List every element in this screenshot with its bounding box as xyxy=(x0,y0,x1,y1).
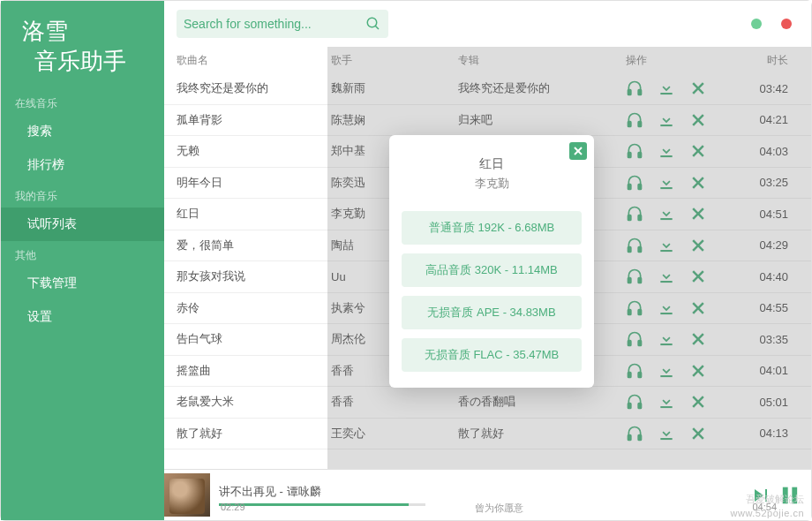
track-name: 告白气球 xyxy=(177,331,331,347)
search-icon[interactable] xyxy=(365,16,381,32)
player-bar: 讲不出再见 - 谭咏麟 02:29 曾为你愿意 04:54 xyxy=(164,469,811,520)
logo-line1: 洛雪 xyxy=(22,17,143,47)
watermark-url: www.52pojie.cn xyxy=(731,508,804,518)
nav-section-other: 其他 xyxy=(1,241,164,267)
track-name: 散了就好 xyxy=(177,426,331,442)
track-name: 孤单背影 xyxy=(177,112,331,128)
nav-settings[interactable]: 设置 xyxy=(1,300,164,334)
modal-close-button[interactable] xyxy=(569,142,587,160)
current-lyric: 曾为你愿意 xyxy=(475,502,523,515)
close-icon xyxy=(573,146,583,156)
track-name: 我终究还是爱你的 xyxy=(177,80,331,96)
modal-subtitle: 李克勤 xyxy=(402,176,582,202)
col-name: 歌曲名 xyxy=(177,53,331,68)
track-name: 赤伶 xyxy=(177,300,331,316)
track-name: 无赖 xyxy=(177,143,331,159)
nav-downloads[interactable]: 下载管理 xyxy=(1,267,164,300)
topbar xyxy=(164,1,811,47)
quality-modal: 红日 李克勤 普通音质 192K - 6.68MB高品音质 320K - 11.… xyxy=(389,135,594,388)
modal-title: 红日 xyxy=(402,147,582,176)
elapsed-time: 02:29 xyxy=(221,502,245,515)
track-name: 爱，很简单 xyxy=(177,238,331,253)
svg-point-0 xyxy=(367,18,377,27)
nav-playlist[interactable]: 试听列表 xyxy=(1,208,164,241)
track-name: 那女孩对我说 xyxy=(177,268,331,284)
track-name: 明年今日 xyxy=(177,175,331,191)
app-logo: 洛雪 音乐助手 xyxy=(1,10,164,89)
close-button[interactable] xyxy=(781,19,792,29)
watermark-text: 吾爱破解论坛 xyxy=(746,493,804,506)
quality-option[interactable]: 高品音质 320K - 11.14MB xyxy=(402,253,582,287)
sidebar: 洛雪 音乐助手 在线音乐 搜索排行榜 我的音乐 试听列表 其他 下载管理设置 xyxy=(1,1,164,520)
nav-leaderboard[interactable]: 排行榜 xyxy=(1,148,164,182)
search-box[interactable] xyxy=(177,10,388,38)
logo-line2: 音乐助手 xyxy=(22,47,143,77)
nav-section-online: 在线音乐 xyxy=(1,89,164,115)
now-playing-title: 讲不出再见 - 谭咏麟 xyxy=(219,484,742,500)
quality-option[interactable]: 普通音质 192K - 6.68MB xyxy=(402,211,582,245)
search-input[interactable] xyxy=(184,17,365,31)
track-name: 红日 xyxy=(177,206,331,222)
quality-option[interactable]: 无损音质 APE - 34.83MB xyxy=(402,296,582,329)
nav-search[interactable]: 搜索 xyxy=(1,115,164,148)
minimize-button[interactable] xyxy=(751,19,762,29)
window-controls xyxy=(751,19,799,29)
app-window: 洛雪 音乐助手 在线音乐 搜索排行榜 我的音乐 试听列表 其他 下载管理设置 歌… xyxy=(0,0,812,521)
svg-line-1 xyxy=(375,26,379,29)
track-name: 摇篮曲 xyxy=(177,363,331,379)
nav-section-mine: 我的音乐 xyxy=(1,182,164,208)
track-name: 老鼠爱大米 xyxy=(177,394,331,410)
quality-option[interactable]: 无损音质 FLAC - 35.47MB xyxy=(402,338,582,372)
album-cover[interactable] xyxy=(164,473,210,517)
